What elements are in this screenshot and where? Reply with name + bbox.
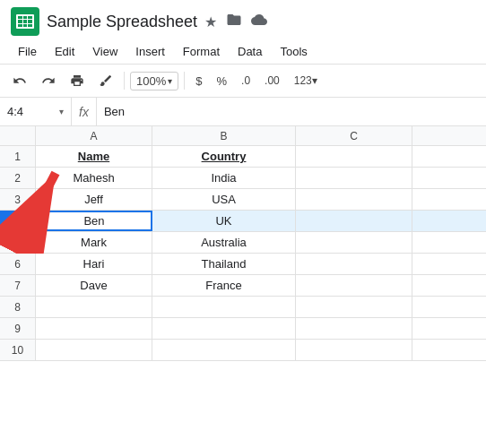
cell-c3[interactable]: [296, 189, 412, 210]
cell-b10[interactable]: [152, 340, 296, 360]
row-num-7[interactable]: 7: [0, 275, 36, 296]
col-header-a[interactable]: A: [36, 126, 152, 145]
table-row: 4 Ben UK: [0, 211, 486, 232]
col-header-b[interactable]: B: [152, 126, 296, 145]
menu-tools[interactable]: Tools: [273, 41, 314, 62]
cell-b2[interactable]: India: [152, 168, 296, 188]
history-icon[interactable]: [226, 12, 242, 32]
row-num-9[interactable]: 9: [0, 318, 36, 339]
cell-c6[interactable]: [296, 254, 412, 274]
cell-c4[interactable]: [296, 211, 412, 231]
cell-a5[interactable]: Mark: [36, 232, 152, 253]
table-row: 8: [0, 297, 486, 318]
cell-a8[interactable]: [36, 297, 152, 317]
paint-format-button[interactable]: [93, 68, 118, 93]
row-num-4[interactable]: 4: [0, 211, 36, 231]
menu-format[interactable]: Format: [176, 41, 227, 62]
cell-b3[interactable]: USA: [152, 189, 296, 210]
separator-1: [124, 72, 125, 90]
menu-insert[interactable]: Insert: [128, 41, 172, 62]
cell-c1[interactable]: [296, 146, 412, 167]
cell-b8[interactable]: [152, 297, 296, 317]
undo-button[interactable]: [7, 68, 32, 93]
cell-a3[interactable]: Jeff: [36, 189, 152, 210]
decimal-less-button[interactable]: .0: [236, 73, 256, 89]
cell-b5[interactable]: Australia: [152, 232, 296, 253]
cell-c2[interactable]: [296, 168, 412, 188]
app-icon: [11, 7, 39, 36]
star-icon[interactable]: ★: [204, 13, 217, 30]
table-row: 2 Mahesh India: [0, 168, 486, 189]
row-num-8[interactable]: 8: [0, 297, 36, 317]
cell-c5[interactable]: [296, 232, 412, 253]
cell-b9[interactable]: [152, 318, 296, 339]
title-icons: ★: [204, 12, 267, 32]
zoom-arrow: ▾: [168, 76, 172, 86]
cloud-icon[interactable]: [251, 12, 267, 31]
zoom-control[interactable]: 100% ▾: [130, 72, 178, 90]
formula-bar: 4:4 ▾ fx Ben: [0, 98, 486, 126]
table-row: 7 Dave France: [0, 275, 486, 297]
menu-edit[interactable]: Edit: [48, 41, 82, 62]
row-num-1[interactable]: 1: [0, 146, 36, 167]
cell-c7[interactable]: [296, 275, 412, 296]
title-bar: Sample Spreadsheet ★: [0, 0, 486, 39]
table-row: 5 Mark Australia: [0, 232, 486, 254]
cell-a4[interactable]: Ben: [36, 211, 152, 231]
cell-a2[interactable]: Mahesh: [36, 168, 152, 188]
cell-ref-value: 4:4: [7, 105, 23, 118]
row-num-header: [0, 126, 36, 145]
row-num-3[interactable]: 3: [0, 189, 36, 210]
redo-button[interactable]: [36, 68, 61, 93]
cell-a10[interactable]: [36, 340, 152, 360]
row-num-10[interactable]: 10: [0, 340, 36, 360]
row-num-6[interactable]: 6: [0, 254, 36, 274]
cell-c9[interactable]: [296, 318, 412, 339]
table-row: 3 Jeff USA: [0, 189, 486, 211]
cell-ref-arrow: ▾: [59, 107, 64, 116]
col-header-c[interactable]: C: [296, 126, 412, 145]
cell-c10[interactable]: [296, 340, 412, 360]
currency-button[interactable]: $: [190, 73, 207, 90]
table-row: 10: [0, 340, 486, 361]
menu-view[interactable]: View: [85, 41, 125, 62]
column-header-row: A B C: [0, 126, 486, 146]
zoom-value: 100%: [136, 74, 166, 88]
cell-a1[interactable]: Name: [36, 146, 152, 167]
row-num-5[interactable]: 5: [0, 232, 36, 253]
cell-c8[interactable]: [296, 297, 412, 317]
cell-b4[interactable]: UK: [152, 211, 296, 231]
menu-bar: File Edit View Insert Format Data Tools: [0, 39, 486, 64]
percent-button[interactable]: %: [211, 73, 232, 90]
cell-a6[interactable]: Hari: [36, 254, 152, 274]
app-title: Sample Spreadsheet: [47, 13, 197, 31]
spreadsheet: A B C 1 Name Country 2 Mahesh India 3 Je…: [0, 126, 486, 361]
decimal-more-button[interactable]: .00: [259, 73, 285, 89]
formula-content[interactable]: Ben: [97, 105, 486, 118]
cell-b6[interactable]: Thailand: [152, 254, 296, 274]
table-row: 1 Name Country: [0, 146, 486, 168]
separator-2: [184, 72, 185, 90]
cell-a7[interactable]: Dave: [36, 275, 152, 296]
table-row: 9: [0, 318, 486, 340]
row-num-2[interactable]: 2: [0, 168, 36, 188]
table-row: 6 Hari Thailand: [0, 254, 486, 275]
cell-b1[interactable]: Country: [152, 146, 296, 167]
print-button[interactable]: [65, 68, 90, 93]
menu-data[interactable]: Data: [230, 41, 269, 62]
cell-reference[interactable]: 4:4 ▾: [0, 98, 72, 125]
more-formats-button[interactable]: 123▾: [289, 73, 323, 89]
toolbar: 100% ▾ $ % .0 .00 123▾: [0, 64, 486, 98]
cell-a9[interactable]: [36, 318, 152, 339]
menu-file[interactable]: File: [11, 41, 44, 62]
cell-b7[interactable]: France: [152, 275, 296, 296]
fx-icon: fx: [72, 98, 97, 125]
